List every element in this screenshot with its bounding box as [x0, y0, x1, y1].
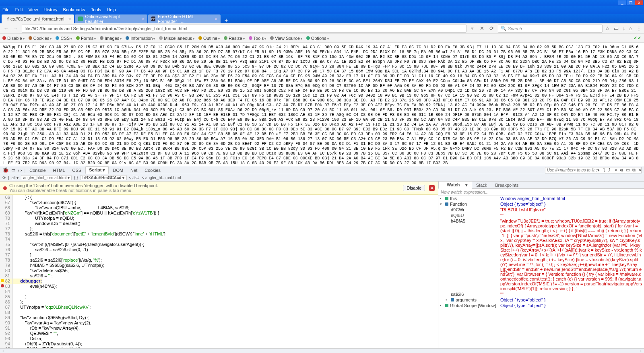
window-minimize-button[interactable]: _	[618, 0, 626, 5]
code-line[interactable]: 92 QE3WE$ = "",	[0, 331, 438, 336]
step-over-button[interactable]: ⇥	[613, 167, 617, 173]
menu-edit[interactable]: Edit	[15, 7, 23, 12]
dropdown-icon[interactable]: ▾	[469, 25, 476, 31]
tree-toggle-icon[interactable]: ▪	[440, 196, 444, 200]
status-right[interactable]: ›	[640, 349, 642, 353]
code-line[interactable]: 77 }	[0, 252, 438, 258]
tab-net[interactable]: Net	[127, 167, 140, 173]
code-line[interactable]: 82 debugger;	[0, 279, 438, 284]
tab-close-icon[interactable]: ×	[142, 17, 144, 21]
window-maximize-button[interactable]: ❐	[627, 0, 635, 5]
forward-button[interactable]: →	[12, 25, 19, 31]
code-line[interactable]: 75 "kw">if ((/(MSIE\\ [0-7]\\.\\d+)/).te…	[0, 242, 438, 247]
code-line[interactable]: 86 );	[0, 299, 438, 305]
menu-bookmarks[interactable]: Bookmarks	[63, 7, 85, 12]
tab-script[interactable]: Script ▾	[85, 166, 109, 174]
toolbar-options[interactable]: Options	[311, 36, 329, 41]
menu-view[interactable]: View	[29, 7, 38, 12]
crumb-file[interactable]: angler_html_format.html ▾	[21, 175, 72, 180]
watch-row[interactable]: nQlBU""	[438, 213, 644, 218]
menu-icon[interactable]: ⋮	[636, 25, 642, 31]
toolbar-forms[interactable]: Forms	[81, 36, 96, 41]
panel-layout-icon[interactable]: ▭	[626, 167, 630, 173]
code-line[interactable]: 73 sa$2i6 = this['document']['getE' + 'l…	[0, 231, 438, 237]
code-line[interactable]: 67 "kw">function(d9CWr) {	[0, 200, 438, 205]
watch-row[interactable]: ▾FunctionObject { type="object" }	[438, 201, 644, 207]
code-line[interactable]: 79 h4BfA5 = $9655g(sa$2i6, UTYnofpa);	[0, 263, 438, 268]
menu-history[interactable]: History	[43, 7, 57, 12]
code-line[interactable]: 94 rDb[0] = ZYf(Dy.substr(0, 4));	[0, 341, 438, 347]
code-line[interactable]: 91 rDb = "kw">new Array(4),	[0, 326, 438, 331]
window-close-button[interactable]: X	[635, 0, 643, 5]
new-watch-input[interactable]: New watch expression...	[438, 189, 644, 196]
menu-file[interactable]: File	[2, 7, 10, 12]
toolbar-information[interactable]: Information	[130, 36, 155, 41]
watch-row[interactable]: sa$2i6""	[438, 291, 644, 297]
panel-icon[interactable]: ▭	[614, 25, 619, 31]
code-line[interactable]: 78 sa$2i6 = sa$2i6['replace'](/\\s/g, '%…	[0, 258, 438, 263]
code-line[interactable]: 76 sa$2i6 = sa$2i6.slice(0, -1)	[0, 247, 438, 252]
toolbar-viewsource[interactable]: View Source	[275, 36, 302, 41]
watch-tab-breakpoints[interactable]: Breakpoints	[491, 182, 522, 188]
downloads-icon[interactable]: ↓	[623, 25, 625, 31]
watch-row[interactable]: h4BfA5"window.TU0eJEEf1 = true; window.T…	[438, 218, 644, 291]
browser-tab[interactable]: Online JavaScript beautifier ×	[75, 14, 147, 23]
url-input[interactable]	[22, 25, 466, 33]
code-line[interactable]: 69 "kw">if(hACztEyRh['oNZGm'] == nQlBU |…	[0, 211, 438, 216]
toolbar-miscellaneous[interactable]: Miscellaneous	[164, 36, 194, 41]
watch-row[interactable]: ▪Global Scope [Window]Object { type="obj…	[438, 303, 644, 308]
inspect-icon[interactable]: ▭	[11, 167, 15, 173]
new-tab-button[interactable]: +	[221, 17, 231, 23]
code-line[interactable]: 71 window.rDb = der.test()	[0, 221, 438, 226]
refresh-button[interactable]: ⟳	[488, 25, 495, 31]
code-line[interactable]: 70 UTYnofpa = nQlBU;	[0, 216, 438, 221]
toolbar-resize[interactable]: Resize	[229, 36, 245, 41]
tab-close-icon[interactable]: ×	[68, 17, 71, 21]
back-button[interactable]: ←	[2, 25, 10, 31]
crumb-function[interactable]: frRXAduEHmGCAcd ▾	[80, 175, 126, 180]
tab-css[interactable]: CSS	[69, 167, 85, 173]
notice-close-button[interactable]: ✕	[429, 185, 435, 191]
code-line[interactable]: 87 UTYnofpa = 'oqz0LBhseQLNcwKV';	[0, 305, 438, 310]
tab-close-icon[interactable]: ×	[215, 17, 217, 21]
code-line[interactable]: 84	[0, 289, 438, 294]
toolbar-tools[interactable]: Tools	[254, 36, 266, 41]
search-box[interactable]: 🔍 Search	[498, 25, 603, 33]
firebug-icon[interactable]: 🐞	[2, 167, 9, 173]
code-editor[interactable]: 66 } : {67 "kw">function(d9CWr) {68 "kw"…	[0, 195, 438, 348]
code-line[interactable]: 89 "kw">function $9655g(wAIbd, Dy) {	[0, 315, 438, 320]
tree-toggle-icon[interactable]: ▾	[440, 202, 444, 206]
watch-row[interactable]: d9CWr"RLB7ULLwhHFgkvxc"	[438, 207, 644, 213]
rerun-button[interactable]: ⏯	[619, 167, 623, 173]
panel-detach-icon[interactable]: ⧉	[632, 167, 636, 173]
browser-tab[interactable]: file:///C:/Doc...ml_format.html ×	[2, 14, 74, 23]
breakpoint-icon[interactable]	[1, 284, 4, 287]
crumb-all[interactable]: all ▾	[12, 175, 19, 180]
pointer-icon[interactable]: ‹ ›	[18, 168, 22, 173]
code-line[interactable]: 88	[0, 310, 438, 315]
toolbar-disable[interactable]: Disable	[7, 36, 25, 41]
toolbar-images[interactable]: Images	[105, 36, 122, 41]
home-icon[interactable]: ⌂	[629, 25, 632, 31]
watch-row[interactable]: ▪argumentsObject { type="object" }	[438, 297, 644, 303]
step-into-button[interactable]: ⤵	[603, 167, 606, 173]
code-line[interactable]: 80 "kw">delete sa$2i6;	[0, 268, 438, 273]
watch-tab-stack[interactable]: Stack	[472, 182, 491, 188]
toolbar-outline[interactable]: Outline	[203, 36, 220, 41]
breakpoint-icon[interactable]	[1, 279, 4, 282]
code-line[interactable]: 66 } : {	[0, 195, 438, 200]
tab-cookies[interactable]: Cookies	[141, 167, 164, 173]
status-left[interactable]: ‹	[2, 349, 4, 353]
tab-console[interactable]: Console	[26, 167, 49, 173]
browser-tab[interactable]: FF Free Online HTML Formatter - ... ×	[148, 14, 221, 23]
watch-row[interactable]: ▪thisWindow angler_html_format.html	[438, 196, 644, 201]
reload-icon[interactable]: ⟳	[2, 175, 6, 180]
code-line[interactable]: 93 Dslza;	[0, 336, 438, 341]
tab-dom[interactable]: DOM	[109, 167, 126, 173]
code-line[interactable]: 85 }	[0, 294, 438, 299]
menu-tools[interactable]: Tools	[91, 7, 101, 12]
code-line[interactable]: 68 "kw">var nQlBU = mbv, h4BfA5, sa$2i6;	[0, 205, 438, 211]
disable-button[interactable]: Disable	[403, 185, 425, 191]
tree-toggle-icon[interactable]: ▪	[440, 303, 444, 308]
toolbar-css[interactable]: CSS	[60, 36, 72, 41]
